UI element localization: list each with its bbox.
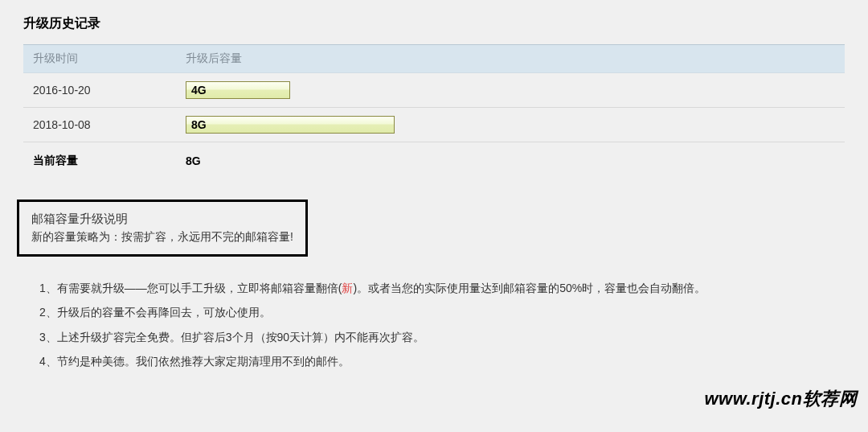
col-upgrade-capacity: 升级后容量 (176, 45, 845, 73)
rule-num: 4、 (39, 355, 57, 368)
rule-item: 2、升级后的容量不会再降回去，可放心使用。 (39, 303, 845, 321)
rule-text: 上述升级扩容完全免费。但扩容后3个月（按90天计算）内不能再次扩容。 (57, 331, 424, 344)
history-table: 升级时间 升级后容量 2016-10-20 4G 2018-10-08 8G 当… (23, 44, 845, 179)
rule-num: 2、 (39, 306, 57, 319)
page-title: 升级历史记录 (23, 15, 845, 32)
current-value: 8G (176, 142, 845, 180)
cell-date: 2018-10-08 (23, 108, 176, 142)
capacity-bar: 4G (186, 81, 290, 99)
notice-text: 新的容量策略为：按需扩容，永远用不完的邮箱容量! (31, 230, 293, 245)
cell-capacity: 8G (176, 108, 845, 142)
current-row: 当前容量 8G (23, 142, 845, 180)
cell-date: 2016-10-20 (23, 73, 176, 108)
rule-item: 1、有需要就升级——您可以手工升级，立即将邮箱容量翻倍(新)。或者当您的实际使用… (39, 279, 845, 297)
rule-text: 升级后的容量不会再降回去，可放心使用。 (57, 306, 271, 319)
rules-list: 1、有需要就升级——您可以手工升级，立即将邮箱容量翻倍(新)。或者当您的实际使用… (39, 279, 845, 371)
watermark: www.rjtj.cn软荐网 (704, 387, 857, 411)
new-badge: 新 (342, 282, 353, 294)
rule-text: )。或者当您的实际使用量达到邮箱容量的50%时，容量也会自动翻倍。 (353, 282, 706, 294)
table-row: 2018-10-08 8G (23, 108, 845, 142)
rule-text: 有需要就升级——您可以手工升级，立即将邮箱容量翻倍( (57, 282, 342, 294)
col-upgrade-time: 升级时间 (23, 45, 176, 73)
table-row: 2016-10-20 4G (23, 73, 845, 108)
rule-text: 节约是种美德。我们依然推荐大家定期清理用不到的邮件。 (57, 355, 350, 368)
rule-item: 4、节约是种美德。我们依然推荐大家定期清理用不到的邮件。 (39, 352, 845, 370)
rule-num: 3、 (39, 331, 57, 344)
rule-item: 3、上述升级扩容完全免费。但扩容后3个月（按90天计算）内不能再次扩容。 (39, 328, 845, 346)
current-label: 当前容量 (23, 142, 176, 180)
notice-box: 邮箱容量升级说明 新的容量策略为：按需扩容，永远用不完的邮箱容量! (17, 200, 308, 257)
rule-num: 1、 (39, 282, 57, 294)
cell-capacity: 4G (176, 73, 845, 108)
capacity-bar: 8G (186, 116, 395, 134)
notice-title: 邮箱容量升级说明 (31, 212, 293, 227)
